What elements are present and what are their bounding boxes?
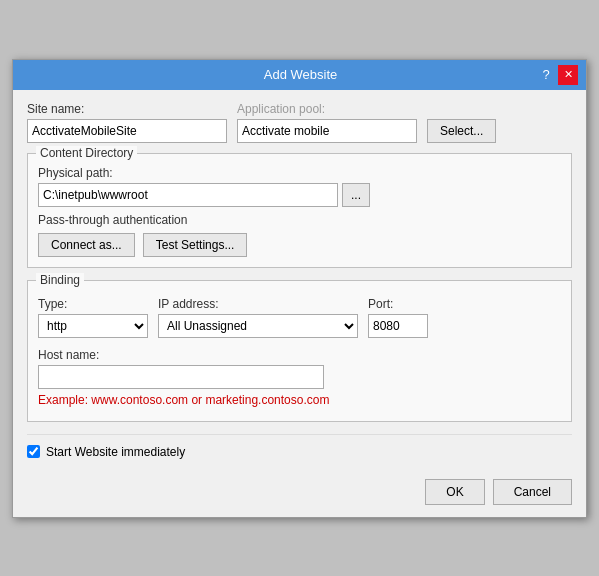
port-group: Port: [368, 297, 428, 338]
site-name-input[interactable] [27, 119, 227, 143]
content-directory-group: Content Directory Physical path: ... Pas… [27, 153, 572, 268]
type-group: Type: http https [38, 297, 148, 338]
content-directory-content: Physical path: ... Pass-through authenti… [38, 166, 561, 257]
port-input[interactable] [368, 314, 428, 338]
host-name-label: Host name: [38, 348, 99, 362]
title-bar-controls: ? ✕ [536, 65, 578, 85]
close-button[interactable]: ✕ [558, 65, 578, 85]
physical-path-group: Physical path: ... [38, 166, 561, 207]
host-name-row: Host name: [38, 348, 561, 389]
app-pool-input[interactable] [237, 119, 417, 143]
app-pool-group: Application pool: [237, 102, 417, 143]
physical-path-row: ... [38, 183, 561, 207]
start-website-checkbox[interactable] [27, 445, 40, 458]
binding-row: Type: http https IP address: All Unassig… [38, 297, 561, 338]
port-label: Port: [368, 297, 428, 311]
site-name-label: Site name: [27, 102, 227, 116]
help-button[interactable]: ? [536, 65, 556, 85]
physical-path-label: Physical path: [38, 166, 561, 180]
ok-button[interactable]: OK [425, 479, 484, 505]
footer-buttons: OK Cancel [13, 471, 586, 517]
title-bar: Add Website ? ✕ [13, 60, 586, 90]
connect-as-button[interactable]: Connect as... [38, 233, 135, 257]
site-apppool-row: Site name: Application pool: Select... [27, 102, 572, 143]
start-website-row: Start Website immediately [27, 434, 572, 459]
type-label: Type: [38, 297, 148, 311]
select-app-pool-button[interactable]: Select... [427, 119, 496, 143]
type-select[interactable]: http https [38, 314, 148, 338]
content-directory-title: Content Directory [36, 146, 137, 160]
binding-group: Binding Type: http https IP address: All… [27, 280, 572, 422]
test-settings-button[interactable]: Test Settings... [143, 233, 248, 257]
site-name-group: Site name: [27, 102, 227, 143]
host-name-input[interactable] [38, 365, 324, 389]
binding-group-title: Binding [36, 273, 84, 287]
start-website-label[interactable]: Start Website immediately [46, 445, 185, 459]
example-text: Example: www.contoso.com or marketing.co… [38, 393, 561, 407]
ip-group: IP address: All Unassigned [158, 297, 358, 338]
ip-select[interactable]: All Unassigned [158, 314, 358, 338]
dialog-title: Add Website [65, 67, 536, 82]
app-pool-label: Application pool: [237, 102, 417, 116]
ip-label: IP address: [158, 297, 358, 311]
physical-path-input[interactable] [38, 183, 338, 207]
dialog-content: Site name: Application pool: Select... C… [13, 90, 586, 471]
browse-button[interactable]: ... [342, 183, 370, 207]
add-website-dialog: Add Website ? ✕ Site name: Application p… [12, 59, 587, 518]
auth-buttons-row: Connect as... Test Settings... [38, 233, 561, 257]
cancel-button[interactable]: Cancel [493, 479, 572, 505]
pass-through-label: Pass-through authentication [38, 213, 561, 227]
